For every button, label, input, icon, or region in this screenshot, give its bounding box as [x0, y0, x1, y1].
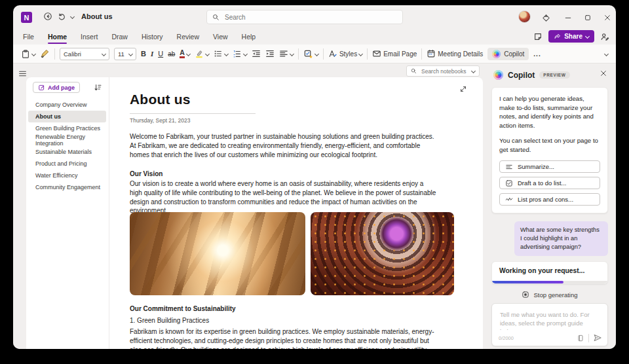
search-box[interactable]: [206, 10, 403, 24]
menu-history[interactable]: History: [141, 31, 164, 42]
page-item-sustainable-materials[interactable]: Sustainable Materials: [28, 146, 106, 158]
page-item-green-building-practices[interactable]: Green Building Practices: [28, 122, 106, 134]
maximize-icon[interactable]: [581, 11, 595, 24]
font-size-dropdown[interactable]: 11: [114, 48, 136, 60]
paste-button[interactable]: [21, 49, 35, 59]
styles-label: Styles: [339, 50, 357, 58]
meeting-details-button[interactable]: Meeting Details: [427, 49, 483, 58]
email-page-button[interactable]: Email Page: [372, 49, 417, 58]
working-status-card: Working on your request...: [491, 261, 608, 284]
copilot-input[interactable]: [499, 309, 602, 330]
copilot-intro-line1: I can help you generate ideas, make to-d…: [499, 94, 600, 130]
back-icon[interactable]: [43, 12, 52, 21]
paste-chevron-down-icon: [31, 51, 36, 56]
copilot-ribbon-button[interactable]: Copilot: [487, 48, 529, 60]
tag-button[interactable]: [303, 49, 318, 59]
strikethrough-button[interactable]: ab: [168, 50, 175, 58]
format-painter-icon[interactable]: [40, 49, 50, 59]
suggestion-pros-cons[interactable]: List pros and cons...: [499, 193, 600, 206]
vision-heading: Our Vision: [130, 170, 162, 177]
page-item-company-overview[interactable]: Company Overview: [28, 99, 106, 111]
page-image-spiral-atrium[interactable]: [311, 212, 454, 295]
page-intro-paragraph: Welcome to Fabrikam, your trusted partne…: [130, 132, 436, 159]
suggestion-pros-cons-label: List pros and cons...: [518, 195, 573, 204]
char-counter: 0/2000: [499, 335, 514, 341]
ribbon-overflow-button[interactable]: ...: [533, 50, 541, 58]
alignment-button[interactable]: [279, 49, 294, 58]
stop-generating-button[interactable]: Stop generating: [491, 291, 608, 299]
notebook-search-icon: [411, 68, 417, 74]
decrease-indent-button[interactable]: [252, 49, 261, 58]
font-name-dropdown[interactable]: Calibri: [60, 48, 109, 60]
alignment-chevron-down-icon: [290, 51, 294, 56]
increase-indent-button[interactable]: [265, 49, 275, 58]
copilot-intro-card: I can help you generate ideas, make to-d…: [491, 87, 608, 213]
add-page-button[interactable]: Add page: [33, 82, 80, 93]
copilot-intro-line2: You can select text on your page to get …: [499, 136, 600, 154]
menu-help[interactable]: Help: [241, 31, 257, 42]
copilot-preview-badge: PREVIEW: [539, 71, 569, 79]
notebook-search-box[interactable]: [406, 65, 480, 77]
search-input[interactable]: [223, 13, 397, 22]
stop-generating-label: Stop generating: [533, 291, 577, 299]
suggestion-todo-label: Draft a to do list...: [518, 179, 566, 188]
ribbon-collapse-chevron-icon[interactable]: [604, 51, 609, 56]
send-icon[interactable]: [593, 333, 602, 342]
styles-chevron-down-icon: [358, 51, 363, 56]
menu-insert[interactable]: Insert: [80, 31, 98, 42]
bullet-list-button[interactable]: [214, 49, 228, 58]
working-status-label: Working on your request...: [492, 262, 607, 280]
page-item-renewable-energy-integration[interactable]: Renewable Energy Integration: [28, 134, 106, 146]
copilot-input-card[interactable]: 0/2000: [491, 303, 608, 346]
people-pen-icon[interactable]: [600, 32, 609, 41]
progress-bar-fill: [492, 281, 563, 283]
minimize-icon[interactable]: [561, 11, 575, 24]
undo-icon[interactable]: [57, 12, 66, 21]
copilot-icon: [492, 50, 501, 58]
page-item-water-efficiency[interactable]: Water Efficiency: [28, 170, 106, 181]
font-color-button[interactable]: A: [180, 49, 190, 58]
font-color-glyph: A: [180, 49, 185, 58]
avatar[interactable]: [518, 10, 531, 23]
page-item-product-and-pricing[interactable]: Product and Pricing: [28, 158, 106, 170]
suggestion-summarize-label: Summarize...: [518, 162, 554, 172]
input-action-icons: [577, 333, 602, 342]
prompt-guide-icon[interactable]: [577, 334, 584, 342]
bold-button[interactable]: B: [141, 50, 146, 58]
content-area: Add page Company Overview About us Green…: [13, 64, 616, 349]
highlighter-button[interactable]: [195, 49, 209, 58]
tag-chevron-down-icon: [314, 51, 319, 56]
font-size-chevron-down-icon: [128, 51, 133, 56]
numbered-list-button[interactable]: [233, 49, 247, 58]
close-icon[interactable]: [600, 11, 615, 24]
page-item-community-engagement[interactable]: Community Engagement: [28, 181, 106, 193]
page-image-timber-interior[interactable]: [130, 212, 305, 295]
page-list: Company Overview About us Green Building…: [28, 99, 106, 193]
menu-draw[interactable]: Draw: [111, 31, 128, 42]
suggestion-todo-list[interactable]: Draft a to do list...: [499, 177, 600, 189]
underline-button[interactable]: U: [158, 50, 163, 58]
copilot-icon: [493, 70, 503, 80]
menu-bar: File Home Insert Draw History Review Vie…: [13, 29, 616, 45]
italic-button[interactable]: I: [151, 50, 153, 58]
page-title-rule: [130, 113, 256, 114]
page-item-about-us[interactable]: About us: [28, 111, 106, 122]
sticky-note-icon[interactable]: [533, 32, 543, 41]
copilot-header: Copilot PREVIEW: [493, 70, 570, 80]
notebook-search-input[interactable]: [420, 67, 468, 75]
menu-review[interactable]: Review: [176, 31, 200, 42]
menu-home[interactable]: Home: [47, 31, 67, 42]
styles-button[interactable]: Styles: [328, 49, 362, 58]
suggestion-summarize[interactable]: Summarize...: [499, 160, 600, 173]
copilot-close-icon[interactable]: [600, 69, 607, 77]
sort-pages-icon[interactable]: [94, 83, 102, 92]
page-canvas[interactable]: About us Thursday, Sept 21, 2023 Welcome…: [109, 77, 483, 349]
feedback-diamond-icon[interactable]: [539, 11, 553, 24]
menu-view[interactable]: View: [212, 31, 229, 42]
hamburger-menu-icon[interactable]: [18, 69, 27, 78]
expand-page-icon[interactable]: [459, 85, 467, 93]
quick-access-chevron-down-icon[interactable]: [70, 14, 75, 19]
share-button[interactable]: Share: [548, 30, 594, 43]
menu-file[interactable]: File: [22, 31, 35, 42]
font-color-chevron-down-icon: [186, 51, 191, 56]
